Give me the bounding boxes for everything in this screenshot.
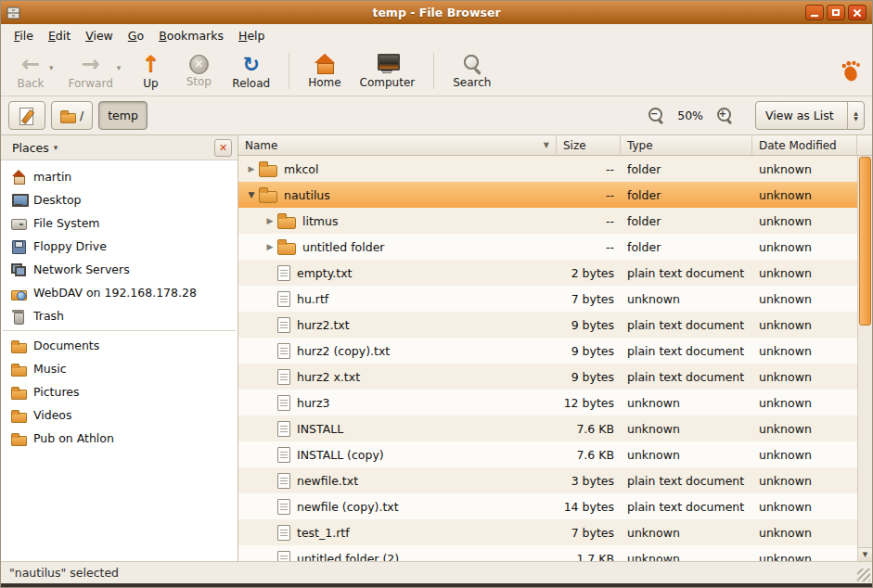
home-label: Home (308, 76, 340, 89)
sidebar-item-pub-on-athlon[interactable]: Pub on Athlon (1, 427, 238, 450)
file-row-hurz3[interactable]: hurz312 bytesunknownunknown (238, 390, 857, 415)
current-path-button[interactable]: temp (98, 101, 148, 130)
toggle-location-entry-button[interactable] (8, 101, 45, 130)
sidebar-header: Places ▾ ✕ (1, 135, 238, 160)
file-type: plain text document (621, 312, 752, 338)
expander-expanded-icon[interactable]: ▼ (244, 190, 259, 199)
expander-collapsed-icon[interactable]: ▶ (263, 216, 277, 225)
file-row-hurz2-copy-txt[interactable]: hurz2 (copy).txt9 bytesplain text docume… (238, 338, 857, 364)
places-list: martinDesktopFile SystemFloppy DriveNetw… (1, 160, 238, 450)
file-row-hu-rtf[interactable]: hu.rtf7 bytesunknownunknown (238, 286, 857, 312)
file-modified: unknown (752, 208, 857, 234)
file-icon (277, 343, 290, 359)
arrow-up-icon: ↑ (141, 52, 160, 76)
column-header-type[interactable]: Type (621, 135, 752, 156)
folder-icon (11, 339, 26, 353)
file-row-litmus[interactable]: ▶litmus--folderunknown (238, 208, 857, 234)
file-modified: unknown (752, 156, 857, 182)
sidebar-item-pictures[interactable]: Pictures (1, 380, 238, 403)
menu-edit[interactable]: Edit (41, 26, 78, 45)
file-type: unknown (621, 286, 752, 312)
folder-icon (259, 187, 277, 202)
titlebar[interactable]: temp - File Browser (1, 1, 872, 24)
file-modified: unknown (752, 286, 857, 312)
scrollbar-down-button[interactable]: ▼ (858, 547, 872, 561)
sidebar-item-webdav-on-192-168-178-28[interactable]: WebDAV on 192.168.178.28 (1, 281, 238, 304)
throbber-icon (841, 59, 861, 85)
file-name: hurz2 (copy).txt (297, 344, 390, 358)
sidebar-item-martin[interactable]: martin (1, 165, 238, 188)
close-button[interactable] (848, 5, 867, 20)
root-path-button[interactable]: / (51, 101, 93, 130)
maximize-button[interactable] (827, 5, 845, 20)
file-row-newfile-txt[interactable]: newfile.txt3 bytesplain text documentunk… (238, 467, 857, 493)
desktop-icon (11, 193, 26, 208)
up-button[interactable]: ↑Up (126, 50, 174, 92)
sidebar-item-trash[interactable]: Trash (1, 304, 238, 327)
computer-icon (376, 53, 398, 75)
sidebar-item-floppy-drive[interactable]: Floppy Drive (1, 235, 238, 258)
sidebar-item-file-system[interactable]: File System (1, 211, 238, 235)
file-type: unknown (621, 390, 752, 415)
file-row-install-copy[interactable]: INSTALL (copy)7.6 KBunknownunknown (238, 441, 857, 467)
column-header-name[interactable]: Name▼ (238, 135, 557, 156)
sidebar-item-music[interactable]: Music (1, 357, 238, 380)
file-icon (277, 291, 290, 307)
search-button[interactable]: Search (443, 51, 500, 91)
column-header-size[interactable]: Size (557, 135, 621, 156)
file-row-test-1-rtf[interactable]: test_1.rtf7 bytesunknownunknown (238, 519, 857, 545)
zoom-in-button[interactable]: + (713, 104, 737, 128)
file-row-hurz2-txt[interactable]: hurz2.txt9 bytesplain text documentunkno… (238, 312, 857, 338)
file-row-install[interactable]: INSTALL7.6 KBunknownunknown (238, 415, 857, 441)
name-cell: hurz2 (copy).txt (238, 338, 557, 364)
name-cell: ▶mkcol (238, 156, 557, 182)
zoom-out-button[interactable]: − (644, 104, 668, 128)
expander-collapsed-icon[interactable]: ▶ (244, 164, 259, 173)
home-button[interactable]: Home (299, 51, 350, 91)
up-label: Up (143, 77, 158, 90)
column-label: Name (245, 139, 277, 152)
sidebar-item-label: Music (33, 362, 67, 376)
file-row-untitled-folder[interactable]: ▶untitled folder--folderunknown (238, 234, 857, 260)
arrow-left-icon: ← (21, 52, 40, 76)
menu-view[interactable]: View (78, 26, 121, 45)
places-dropdown-button[interactable]: Places ▾ (6, 139, 63, 157)
window-menu-icon[interactable] (6, 6, 21, 20)
zoom-in-icon: + (716, 107, 734, 124)
main-area: Places ▾ ✕ martinDesktopFile SystemFlopp… (1, 135, 872, 561)
stop-button[interactable]: Stop (174, 53, 223, 90)
menu-bookmarks[interactable]: Bookmarks (151, 26, 231, 45)
file-name: mkcol (284, 162, 318, 176)
vertical-scrollbar[interactable]: ▼ (857, 156, 872, 561)
minimize-button[interactable] (805, 5, 824, 20)
file-row-untitled-folder-2[interactable]: untitled folder (2)1.7 KBunknownunknown (238, 545, 857, 561)
resize-grip[interactable] (857, 569, 870, 582)
back-history-dropdown-icon[interactable]: ▾ (49, 63, 54, 72)
expander-collapsed-icon[interactable]: ▶ (263, 242, 277, 251)
sidebar-item-desktop[interactable]: Desktop (1, 188, 238, 211)
sidebar-item-network-servers[interactable]: Network Servers (1, 258, 238, 281)
file-row-empty-txt[interactable]: empty.txt2 bytesplain text documentunkno… (238, 260, 857, 286)
file-size: 9 bytes (557, 312, 621, 338)
sidebar-close-button[interactable]: ✕ (214, 139, 232, 157)
file-modified: unknown (752, 467, 857, 493)
computer-button[interactable]: Computer (351, 51, 425, 91)
file-size: 7 bytes (557, 286, 621, 312)
menu-help[interactable]: Help (231, 26, 273, 45)
sidebar-item-documents[interactable]: Documents (1, 334, 238, 357)
menu-go[interactable]: Go (121, 26, 151, 45)
back-button[interactable]: ←Back (6, 50, 55, 92)
file-row-nautilus[interactable]: ▼nautilus--folderunknown (238, 182, 857, 208)
sidebar-item-videos[interactable]: Videos (1, 403, 238, 427)
forward-button[interactable]: →Forward (59, 50, 122, 92)
view-mode-select[interactable]: View as List ▲ ▼ (755, 101, 865, 130)
menu-file[interactable]: File (6, 26, 41, 45)
forward-history-dropdown-icon[interactable]: ▾ (117, 63, 122, 72)
column-header-date-modified[interactable]: Date Modified (752, 135, 857, 156)
scrollbar-thumb[interactable] (859, 157, 871, 326)
file-row-hurz2-x-txt[interactable]: hurz2 x.txt9 bytesplain text documentunk… (238, 364, 857, 390)
file-row-mkcol[interactable]: ▶mkcol--folderunknown (238, 156, 857, 182)
reload-button[interactable]: ↻Reload (223, 50, 279, 92)
name-cell: ▶untitled folder (238, 234, 557, 260)
file-row-newfile-copy-txt[interactable]: newfile (copy).txt14 bytesplain text doc… (238, 493, 857, 519)
